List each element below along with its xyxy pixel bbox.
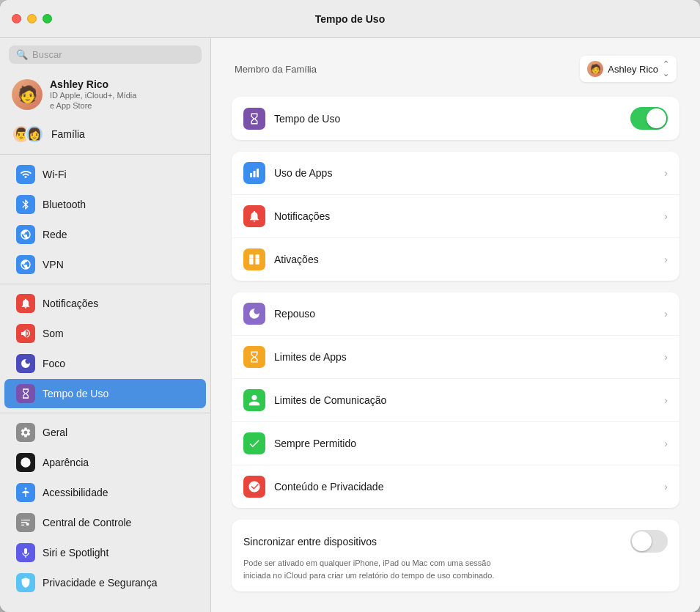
sidebar-item-network[interactable]: Rede — [4, 220, 206, 249]
hourglass-svg — [248, 112, 261, 125]
sidebar-item-accessibility[interactable]: Acessibilidade — [4, 478, 206, 507]
screentime-icon — [243, 108, 265, 130]
notifications-row[interactable]: Notificações › — [232, 195, 679, 238]
sidebar-item-label-focus: Foco — [43, 358, 65, 369]
sidebar-item-control[interactable]: Central de Controle — [4, 508, 206, 537]
sidebar-item-vpn[interactable]: VPN — [4, 250, 206, 279]
sidebar-item-notifications[interactable]: Notificações — [4, 289, 206, 318]
search-icon: 🔍 — [16, 49, 28, 60]
general-icon — [16, 423, 35, 442]
chevron-right-icon-3: › — [664, 254, 668, 265]
checkmark-icon — [248, 437, 261, 450]
activations-label: Ativações — [274, 254, 655, 265]
control-icon — [16, 513, 35, 532]
activations-icon — [243, 248, 265, 270]
maximize-button[interactable] — [43, 14, 52, 23]
divider-1 — [0, 154, 210, 155]
always-allowed-icon — [243, 432, 265, 454]
sidebar-item-label-sound: Som — [43, 328, 64, 339]
svg-point-0 — [21, 457, 30, 467]
content-privacy-row[interactable]: Conteúdo e Privacidade › — [232, 465, 679, 508]
privacy-icon — [16, 573, 35, 592]
chevron-right-icon-8: › — [664, 481, 668, 493]
app-limits-row[interactable]: Limites de Apps › — [232, 336, 679, 379]
block-icon — [248, 480, 261, 493]
sidebar-item-label-network: Rede — [43, 229, 67, 240]
sidebar-item-privacy[interactable]: Privacidade e Segurança — [4, 568, 206, 597]
svg-rect-2 — [250, 173, 252, 177]
app-usage-label: Uso de Apps — [274, 167, 655, 179]
sync-title: Sincronizar entre dispositivos — [243, 536, 377, 548]
sidebar-item-siri[interactable]: Siri e Spotlight — [4, 538, 206, 567]
repose-row[interactable]: Repouso › — [232, 292, 679, 336]
card-group-1: Uso de Apps › Notificações › — [232, 152, 679, 281]
content-privacy-label: Conteúdo e Privacidade — [274, 481, 655, 493]
comm-limits-label: Limites de Comunicação — [274, 394, 655, 406]
sidebar-item-bluetooth[interactable]: Bluetooth — [4, 190, 206, 219]
family-section[interactable]: 👨 👩 Família — [0, 119, 210, 150]
app-limits-label: Limites de Apps — [274, 351, 655, 363]
app-usage-row[interactable]: Uso de Apps › — [232, 152, 679, 195]
chevron-updown-icon: ⌃⌄ — [663, 59, 669, 78]
sidebar-item-general[interactable]: Geral — [4, 418, 206, 447]
notifications-icon — [16, 294, 35, 313]
screentime-row: Tempo de Uso — [232, 97, 679, 140]
comm-limits-icon — [243, 389, 265, 411]
always-allowed-row[interactable]: Sempre Permitido › — [232, 422, 679, 465]
family-icon-2: 👩 — [25, 125, 44, 144]
sidebar-item-sound[interactable]: Som — [4, 319, 206, 348]
chevron-right-icon-2: › — [664, 210, 668, 222]
screentime-label: Tempo de Uso — [274, 113, 622, 125]
network-icon — [16, 225, 35, 244]
family-label: Família — [51, 128, 85, 140]
search-input[interactable] — [32, 49, 194, 60]
minimize-button[interactable] — [27, 14, 37, 23]
close-button[interactable] — [12, 14, 21, 23]
svg-rect-6 — [256, 254, 259, 258]
chevron-right-icon-7: › — [664, 438, 668, 449]
hourglass2-icon — [248, 350, 261, 364]
app-limits-icon — [243, 346, 265, 368]
sync-description: Pode ser ativado em qualquer iPhone, iPa… — [243, 557, 668, 581]
profile-subtitle: ID Apple, iCloud+, Mídiae App Store — [50, 90, 136, 111]
sidebar-item-label-wifi: Wi-Fi — [43, 169, 67, 180]
sidebar-item-wifi[interactable]: Wi-Fi — [4, 160, 206, 189]
sidebar-item-focus[interactable]: Foco — [4, 349, 206, 378]
traffic-lights — [12, 14, 52, 23]
card-group-2: Repouso › Limites de Apps › — [232, 292, 679, 508]
search-container: 🔍 — [0, 38, 210, 71]
svg-rect-8 — [256, 259, 259, 265]
always-allowed-label: Sempre Permitido — [274, 438, 655, 449]
main-content: Membro da Família 🧑 Ashley Rico ⌃⌄ Tempo… — [211, 38, 700, 612]
activations-row[interactable]: Ativações › — [232, 238, 679, 281]
sync-toggle-knob — [632, 531, 652, 551]
selector-avatar: 🧑 — [587, 61, 603, 77]
screentime-toggle[interactable] — [630, 107, 668, 130]
sidebar-item-screentime[interactable]: Tempo de Uso — [4, 379, 206, 408]
family-header: Membro da Família 🧑 Ashley Rico ⌃⌄ — [232, 56, 679, 82]
svg-rect-3 — [254, 171, 256, 177]
toggle-knob — [646, 108, 666, 128]
sidebar-item-label-screentime: Tempo de Uso — [43, 388, 108, 399]
repose-icon — [243, 303, 265, 325]
wifi-icon — [16, 165, 35, 184]
family-icons: 👨 👩 — [12, 125, 44, 144]
app-usage-icon — [243, 162, 265, 184]
sidebar-item-label-vpn: VPN — [43, 259, 64, 270]
family-selector[interactable]: 🧑 Ashley Rico ⌃⌄ — [580, 56, 677, 82]
window-body: 🔍 🧑 Ashley Rico ID Apple, iCloud+, Mídia… — [0, 0, 700, 612]
svg-rect-7 — [249, 259, 253, 265]
titlebar: Tempo de Uso — [0, 0, 700, 38]
svg-rect-5 — [249, 254, 253, 258]
sync-toggle[interactable] — [630, 530, 668, 553]
appearance-icon — [16, 453, 35, 472]
profile-section[interactable]: 🧑 Ashley Rico ID Apple, iCloud+, Mídiae … — [0, 71, 210, 119]
chevron-right-icon-5: › — [664, 351, 668, 363]
sidebar-item-label-notifications: Notificações — [43, 298, 98, 309]
sidebar-item-appearance[interactable]: Aparência — [4, 448, 206, 477]
activations-svg — [248, 253, 261, 266]
profile-name: Ashley Rico — [50, 78, 136, 90]
notifications-icon — [243, 205, 265, 227]
sync-card: Sincronizar entre dispositivos Pode ser … — [232, 520, 679, 591]
comm-limits-row[interactable]: Limites de Comunicação › — [232, 379, 679, 422]
